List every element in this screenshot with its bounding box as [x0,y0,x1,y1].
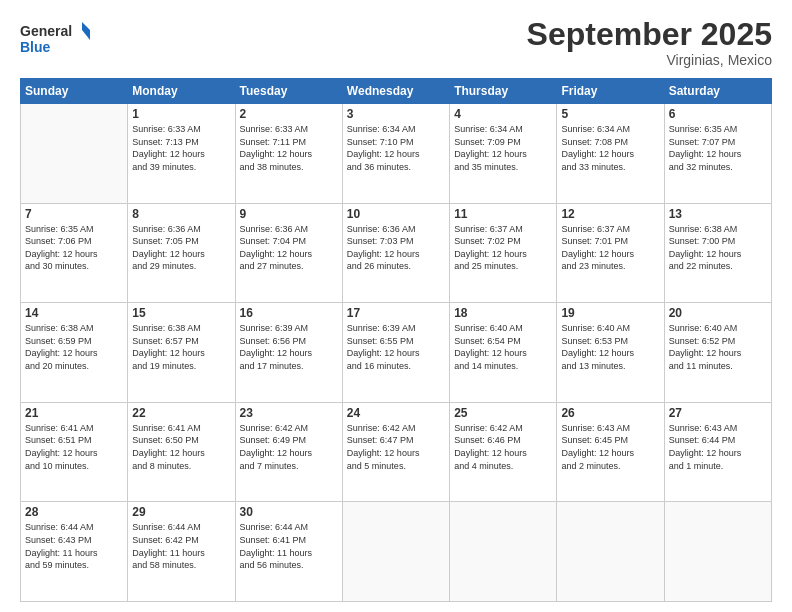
logo: General Blue [20,18,90,58]
table-row: 17Sunrise: 6:39 AM Sunset: 6:55 PM Dayli… [342,303,449,403]
table-row: 3Sunrise: 6:34 AM Sunset: 7:10 PM Daylig… [342,104,449,204]
header: General Blue September 2025 Virginias, M… [20,18,772,68]
col-sunday: Sunday [21,79,128,104]
day-number: 2 [240,107,338,121]
svg-text:Blue: Blue [20,39,51,55]
table-row: 18Sunrise: 6:40 AM Sunset: 6:54 PM Dayli… [450,303,557,403]
day-number: 4 [454,107,552,121]
day-details: Sunrise: 6:35 AM Sunset: 7:06 PM Dayligh… [25,223,123,273]
day-number: 23 [240,406,338,420]
table-row: 6Sunrise: 6:35 AM Sunset: 7:07 PM Daylig… [664,104,771,204]
day-number: 25 [454,406,552,420]
table-row: 22Sunrise: 6:41 AM Sunset: 6:50 PM Dayli… [128,402,235,502]
col-saturday: Saturday [664,79,771,104]
day-details: Sunrise: 6:43 AM Sunset: 6:45 PM Dayligh… [561,422,659,472]
day-details: Sunrise: 6:42 AM Sunset: 6:46 PM Dayligh… [454,422,552,472]
day-number: 30 [240,505,338,519]
day-number: 17 [347,306,445,320]
col-monday: Monday [128,79,235,104]
day-number: 9 [240,207,338,221]
table-row: 28Sunrise: 6:44 AM Sunset: 6:43 PM Dayli… [21,502,128,602]
calendar-header-row: Sunday Monday Tuesday Wednesday Thursday… [21,79,772,104]
day-details: Sunrise: 6:41 AM Sunset: 6:50 PM Dayligh… [132,422,230,472]
day-details: Sunrise: 6:42 AM Sunset: 6:49 PM Dayligh… [240,422,338,472]
day-details: Sunrise: 6:37 AM Sunset: 7:02 PM Dayligh… [454,223,552,273]
day-details: Sunrise: 6:40 AM Sunset: 6:52 PM Dayligh… [669,322,767,372]
table-row: 24Sunrise: 6:42 AM Sunset: 6:47 PM Dayli… [342,402,449,502]
day-details: Sunrise: 6:38 AM Sunset: 6:59 PM Dayligh… [25,322,123,372]
table-row: 10Sunrise: 6:36 AM Sunset: 7:03 PM Dayli… [342,203,449,303]
table-row: 2Sunrise: 6:33 AM Sunset: 7:11 PM Daylig… [235,104,342,204]
page: General Blue September 2025 Virginias, M… [0,0,792,612]
svg-marker-3 [82,30,90,40]
day-number: 1 [132,107,230,121]
calendar-table: Sunday Monday Tuesday Wednesday Thursday… [20,78,772,602]
day-details: Sunrise: 6:39 AM Sunset: 6:56 PM Dayligh… [240,322,338,372]
table-row: 27Sunrise: 6:43 AM Sunset: 6:44 PM Dayli… [664,402,771,502]
day-details: Sunrise: 6:44 AM Sunset: 6:43 PM Dayligh… [25,521,123,571]
day-details: Sunrise: 6:38 AM Sunset: 6:57 PM Dayligh… [132,322,230,372]
month-title: September 2025 [527,18,772,50]
day-number: 19 [561,306,659,320]
day-number: 5 [561,107,659,121]
table-row [21,104,128,204]
day-details: Sunrise: 6:42 AM Sunset: 6:47 PM Dayligh… [347,422,445,472]
title-block: September 2025 Virginias, Mexico [527,18,772,68]
day-details: Sunrise: 6:33 AM Sunset: 7:13 PM Dayligh… [132,123,230,173]
table-row: 15Sunrise: 6:38 AM Sunset: 6:57 PM Dayli… [128,303,235,403]
table-row: 14Sunrise: 6:38 AM Sunset: 6:59 PM Dayli… [21,303,128,403]
day-number: 27 [669,406,767,420]
day-details: Sunrise: 6:44 AM Sunset: 6:42 PM Dayligh… [132,521,230,571]
col-wednesday: Wednesday [342,79,449,104]
subtitle: Virginias, Mexico [527,52,772,68]
table-row: 12Sunrise: 6:37 AM Sunset: 7:01 PM Dayli… [557,203,664,303]
table-row: 7Sunrise: 6:35 AM Sunset: 7:06 PM Daylig… [21,203,128,303]
col-thursday: Thursday [450,79,557,104]
table-row: 13Sunrise: 6:38 AM Sunset: 7:00 PM Dayli… [664,203,771,303]
table-row: 29Sunrise: 6:44 AM Sunset: 6:42 PM Dayli… [128,502,235,602]
table-row: 16Sunrise: 6:39 AM Sunset: 6:56 PM Dayli… [235,303,342,403]
day-number: 11 [454,207,552,221]
table-row: 11Sunrise: 6:37 AM Sunset: 7:02 PM Dayli… [450,203,557,303]
svg-marker-2 [82,22,90,30]
day-details: Sunrise: 6:33 AM Sunset: 7:11 PM Dayligh… [240,123,338,173]
table-row: 21Sunrise: 6:41 AM Sunset: 6:51 PM Dayli… [21,402,128,502]
day-number: 18 [454,306,552,320]
day-details: Sunrise: 6:34 AM Sunset: 7:08 PM Dayligh… [561,123,659,173]
day-number: 6 [669,107,767,121]
day-number: 15 [132,306,230,320]
day-number: 22 [132,406,230,420]
day-details: Sunrise: 6:36 AM Sunset: 7:03 PM Dayligh… [347,223,445,273]
svg-text:General: General [20,23,72,39]
day-details: Sunrise: 6:35 AM Sunset: 7:07 PM Dayligh… [669,123,767,173]
table-row [664,502,771,602]
day-details: Sunrise: 6:34 AM Sunset: 7:10 PM Dayligh… [347,123,445,173]
day-number: 10 [347,207,445,221]
day-details: Sunrise: 6:37 AM Sunset: 7:01 PM Dayligh… [561,223,659,273]
day-number: 8 [132,207,230,221]
table-row: 1Sunrise: 6:33 AM Sunset: 7:13 PM Daylig… [128,104,235,204]
day-number: 21 [25,406,123,420]
table-row [450,502,557,602]
table-row: 23Sunrise: 6:42 AM Sunset: 6:49 PM Dayli… [235,402,342,502]
day-number: 28 [25,505,123,519]
table-row: 8Sunrise: 6:36 AM Sunset: 7:05 PM Daylig… [128,203,235,303]
table-row: 26Sunrise: 6:43 AM Sunset: 6:45 PM Dayli… [557,402,664,502]
table-row: 20Sunrise: 6:40 AM Sunset: 6:52 PM Dayli… [664,303,771,403]
day-details: Sunrise: 6:36 AM Sunset: 7:05 PM Dayligh… [132,223,230,273]
table-row: 30Sunrise: 6:44 AM Sunset: 6:41 PM Dayli… [235,502,342,602]
day-details: Sunrise: 6:40 AM Sunset: 6:54 PM Dayligh… [454,322,552,372]
day-details: Sunrise: 6:44 AM Sunset: 6:41 PM Dayligh… [240,521,338,571]
day-number: 26 [561,406,659,420]
day-details: Sunrise: 6:43 AM Sunset: 6:44 PM Dayligh… [669,422,767,472]
day-number: 24 [347,406,445,420]
day-number: 16 [240,306,338,320]
day-number: 20 [669,306,767,320]
day-details: Sunrise: 6:34 AM Sunset: 7:09 PM Dayligh… [454,123,552,173]
logo-svg: General Blue [20,18,90,58]
table-row: 19Sunrise: 6:40 AM Sunset: 6:53 PM Dayli… [557,303,664,403]
day-number: 29 [132,505,230,519]
day-number: 12 [561,207,659,221]
table-row: 25Sunrise: 6:42 AM Sunset: 6:46 PM Dayli… [450,402,557,502]
day-details: Sunrise: 6:36 AM Sunset: 7:04 PM Dayligh… [240,223,338,273]
